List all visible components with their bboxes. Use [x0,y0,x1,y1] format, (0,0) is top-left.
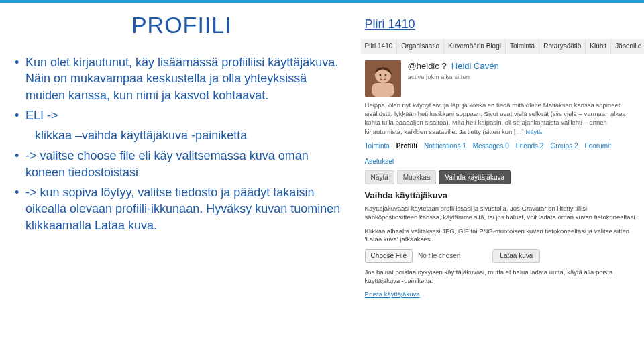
subtab-friends[interactable]: Friends 2 [516,141,544,151]
nav-tab[interactable]: Toiminta [506,39,539,54]
bullet-1: Kun olet kirjautunut, käy lisäämässä pro… [15,54,349,103]
user-q: ? [441,61,446,71]
avatar[interactable] [365,60,401,97]
section-heading: Vaihda käyttäjäkuva [365,190,641,202]
choose-file-button[interactable]: Choose File [365,249,413,263]
nav-tab[interactable]: Rotarysäätiö [539,39,586,54]
help-text-1: Käyttäjäkuvaasi käytetään profiilissasi … [365,205,637,222]
subtab-notifications[interactable]: Notifications 1 [424,141,466,151]
user-blurb: Heippa, olen nyt käynyt sivuja läpi ja k… [365,101,637,136]
view-button[interactable]: Näytä [365,170,394,185]
svg-point-3 [384,74,386,76]
blurb-more-link[interactable]: Näytä [525,128,542,135]
bullet-2: ELI -> [15,107,349,123]
nav-tab[interactable]: Klubit [586,39,611,54]
user-at: @heidic [408,61,439,71]
primary-nav: Piiri 1410 Organisaatio Kuvernöörin Blog… [361,39,641,54]
profile-action-row: Näytä Muokkaa Vaihda käyttäjäkuva [365,170,641,185]
bullet-2a: klikkaa –vaihda käyttäjäkuva -painiketta [15,127,349,143]
nav-tab[interactable]: Kuvernöörin Blogi [444,39,506,54]
delete-avatar-link[interactable]: Poista käyttäjäkuva [365,290,641,299]
subtab-forums[interactable]: Foorumit [585,141,611,151]
nav-tab[interactable]: Jäsenille [611,39,644,54]
no-file-label: No file chosen [418,251,460,261]
user-handle: @heidic ? Heidi Cavén [408,60,499,72]
blurb-text: Heippa, olen nyt käynyt sivuja läpi ja k… [365,101,626,135]
help-text-3: Jos haluat poistaa nykyisen käyttäjäkuva… [365,268,637,286]
user-name-link[interactable]: Heidi Cavén [451,61,499,71]
subtab-profile[interactable]: Profiili [396,141,417,151]
site-brand[interactable]: Piiri 1410 [365,16,641,32]
help-text-2: Klikkaa alhaalta valitaksesi JPG, GIF ta… [365,227,637,245]
edit-button[interactable]: Muokkaa [397,170,437,185]
file-upload-row: Choose File No file chosen Lataa kuva [365,249,641,263]
bullet-4: -> kun sopiva löytyy, valitse tiedosto j… [15,184,349,233]
screenshot-panel: Piiri 1410 Piiri 1410 Organisaatio Kuver… [361,3,644,348]
upload-button[interactable]: Lataa kuva [492,249,540,263]
page-title: PROFIILI [15,12,349,38]
change-avatar-button[interactable]: Vaihda käyttäjäkuva [439,170,511,185]
nav-tab[interactable]: Piiri 1410 [361,39,398,54]
subtab-groups[interactable]: Groups 2 [550,141,578,151]
bullet-3: -> valitse choose file eli käy valitsema… [15,148,349,180]
subtab-settings[interactable]: Asetukset [365,157,394,166]
subtab-messages[interactable]: Messages 0 [473,141,509,151]
svg-point-2 [379,74,381,76]
user-activity: active jokin aika sitten [408,73,499,82]
profile-subnav: Toiminta Profiili Notifications 1 Messag… [365,141,641,166]
svg-rect-4 [372,83,394,97]
nav-tab[interactable]: Organisaatio [397,39,444,54]
subtab-activity[interactable]: Toiminta [365,141,390,151]
bullet-list: Kun olet kirjautunut, käy lisäämässä pro… [15,54,349,233]
